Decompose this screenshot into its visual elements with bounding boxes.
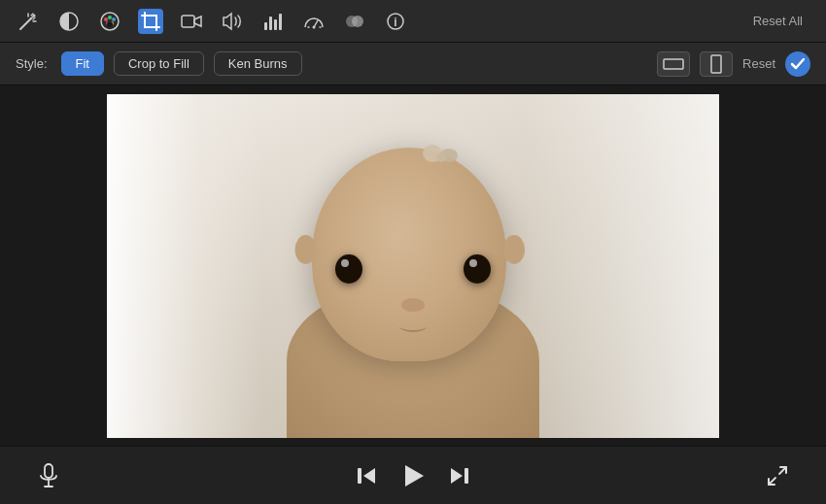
svg-line-0 — [20, 18, 31, 29]
svg-rect-35 — [45, 464, 52, 478]
crop-icon[interactable] — [138, 9, 163, 34]
svg-marker-40 — [405, 465, 424, 487]
info-icon[interactable]: i — [383, 9, 408, 34]
bottom-left — [19, 463, 78, 488]
color-balance-icon[interactable] — [56, 9, 82, 34]
svg-point-11 — [112, 17, 116, 21]
skip-forward-button[interactable] — [449, 466, 470, 486]
svg-rect-20 — [182, 16, 194, 27]
audio-icon[interactable] — [220, 9, 245, 34]
aspect-wide-button[interactable] — [657, 51, 690, 77]
svg-point-2 — [33, 14, 36, 17]
ken-burns-button[interactable]: Ken Burns — [214, 51, 302, 76]
fullscreen-button[interactable] — [767, 465, 788, 487]
svg-rect-24 — [279, 14, 282, 30]
svg-point-14 — [107, 21, 113, 27]
confirm-button[interactable] — [785, 51, 810, 77]
svg-rect-34 — [711, 55, 721, 73]
blend-icon[interactable] — [342, 9, 367, 34]
svg-rect-21 — [264, 22, 267, 30]
svg-rect-23 — [274, 19, 277, 30]
svg-line-6 — [33, 17, 35, 19]
style-bar: Style: Fit Crop to Fill Ken Burns Reset — [0, 43, 826, 85]
play-button[interactable] — [400, 463, 426, 488]
bottom-bar — [0, 446, 826, 504]
color-palette-icon[interactable] — [97, 9, 122, 34]
style-label: Style: — [16, 56, 48, 71]
style-bar-right: Reset — [657, 51, 810, 77]
equalizer-icon[interactable] — [260, 9, 286, 34]
svg-rect-22 — [269, 17, 272, 30]
reset-all-button[interactable]: Reset All — [745, 10, 810, 32]
bottom-right — [748, 465, 807, 487]
svg-line-44 — [769, 478, 775, 485]
fit-button[interactable]: Fit — [61, 51, 104, 76]
svg-text:i: i — [394, 16, 396, 29]
svg-marker-41 — [451, 468, 463, 484]
reset-button[interactable]: Reset — [742, 56, 775, 71]
baby-image — [107, 94, 719, 438]
main-preview — [0, 85, 826, 446]
svg-rect-15 — [145, 16, 156, 27]
svg-line-43 — [779, 467, 786, 474]
toolbar: i Reset All — [0, 0, 826, 43]
svg-point-9 — [104, 17, 108, 21]
svg-marker-38 — [363, 468, 375, 484]
svg-rect-33 — [664, 59, 683, 69]
skip-back-button[interactable] — [356, 466, 377, 486]
video-camera-icon[interactable] — [179, 9, 204, 34]
video-preview — [107, 94, 719, 438]
crop-to-fill-button[interactable]: Crop to Fill — [114, 51, 204, 76]
aspect-tall-button[interactable] — [700, 51, 733, 77]
playback-controls — [356, 463, 470, 488]
svg-point-26 — [313, 25, 316, 28]
svg-rect-42 — [465, 468, 468, 484]
svg-point-10 — [108, 16, 112, 19]
svg-point-30 — [352, 16, 363, 27]
svg-rect-39 — [358, 468, 361, 484]
speedometer-icon[interactable] — [301, 9, 327, 34]
toolbar-icons: i — [16, 9, 408, 34]
microphone-button[interactable] — [39, 463, 58, 488]
magic-wand-icon[interactable] — [16, 9, 41, 34]
